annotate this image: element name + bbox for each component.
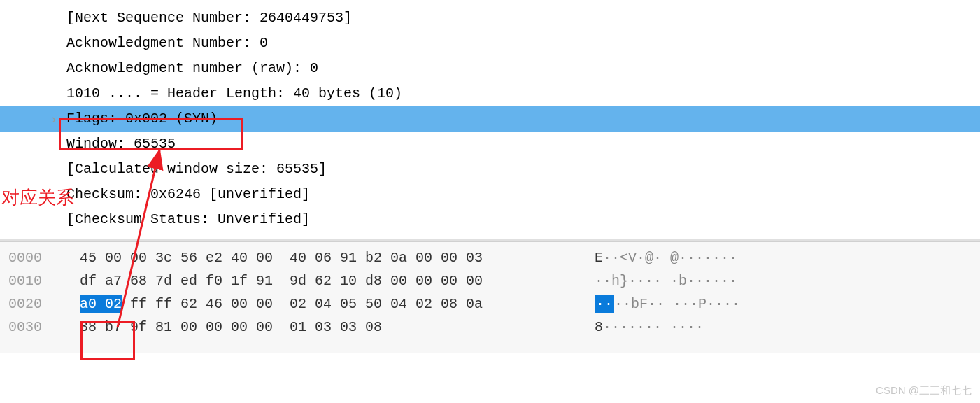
- hex-offset: 0010: [0, 269, 63, 292]
- hex-offset: 0000: [0, 246, 63, 269]
- hex-ascii: 8······· ····: [595, 316, 704, 339]
- ascii-highlight: ··: [595, 295, 614, 313]
- hex-bytes[interactable]: 45 00 00 3c 56 e2 40 00 40 06 91 b2 0a 0…: [63, 246, 595, 269]
- hex-offset: 0030: [0, 316, 63, 339]
- hex-ascii: ····bF·· ···P····: [595, 292, 740, 316]
- hex-ascii: ··h}···· ·b······: [595, 269, 737, 292]
- packet-bytes-pane[interactable]: 0000 45 00 00 3c 56 e2 40 00 40 06 91 b2…: [0, 241, 980, 353]
- hex-highlight[interactable]: a0 02: [80, 295, 122, 313]
- field-window[interactable]: Window: 65535: [0, 132, 980, 157]
- hex-row[interactable]: 0000 45 00 00 3c 56 e2 40 00 40 06 91 b2…: [0, 246, 980, 269]
- field-flags[interactable]: Flags: 0x002 (SYN): [0, 106, 980, 132]
- field-ack-number-raw[interactable]: Acknowledgment number (raw): 0: [0, 56, 980, 81]
- field-checksum-status[interactable]: [Checksum Status: Unverified]: [0, 207, 980, 232]
- hex-bytes[interactable]: df a7 68 7d ed f0 1f 91 9d 62 10 d8 00 0…: [63, 269, 595, 292]
- packet-details-pane[interactable]: [Next Sequence Number: 2640449753] Ackno…: [0, 0, 980, 241]
- hex-row[interactable]: 0020 a0 02 ff ff 62 46 00 00 02 04 05 50…: [0, 292, 980, 316]
- hex-bytes[interactable]: 38 b7 9f 81 00 00 00 00 01 03 03 08: [63, 316, 595, 339]
- hex-row[interactable]: 0010 df a7 68 7d ed f0 1f 91 9d 62 10 d8…: [0, 269, 980, 292]
- field-ack-number[interactable]: Acknowledgment Number: 0: [0, 31, 980, 56]
- hex-ascii: E··<V·@· @·······: [595, 246, 737, 269]
- field-next-sequence[interactable]: [Next Sequence Number: 2640449753]: [0, 6, 980, 31]
- field-calc-window[interactable]: [Calculated window size: 65535]: [0, 157, 980, 182]
- hex-bytes[interactable]: a0 02 ff ff 62 46 00 00 02 04 05 50 04 0…: [63, 292, 595, 316]
- hex-offset: 0020: [0, 292, 63, 316]
- watermark: CSDN @三三和七七: [876, 384, 972, 397]
- field-checksum[interactable]: Checksum: 0x6246 [unverified]: [0, 182, 980, 207]
- hex-row[interactable]: 0030 38 b7 9f 81 00 00 00 00 01 03 03 08…: [0, 316, 980, 339]
- field-header-length[interactable]: 1010 .... = Header Length: 40 bytes (10): [0, 81, 980, 106]
